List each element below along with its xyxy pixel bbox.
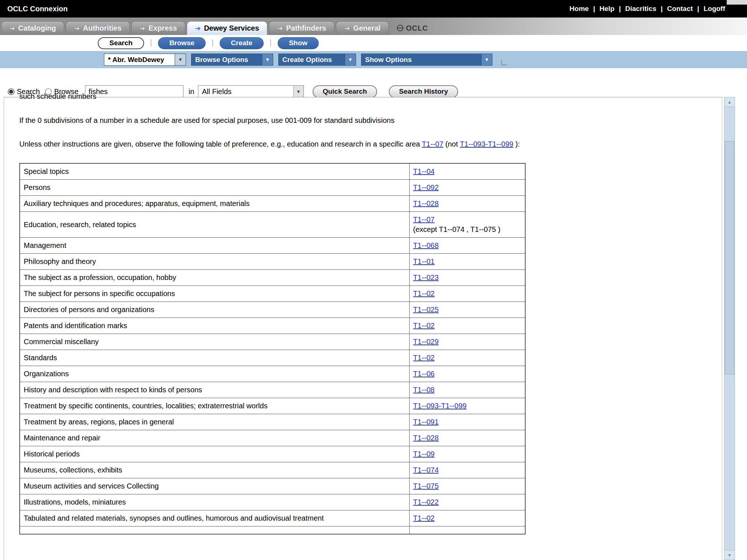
scroll-down-icon[interactable]: ▼ — [724, 550, 735, 560]
tab-express[interactable]: ➔ Express — [131, 21, 185, 35]
search-input[interactable] — [85, 85, 183, 98]
chevron-down-icon[interactable]: ▼ — [481, 54, 492, 65]
dewey-code-link[interactable]: T1--04 — [413, 167, 435, 175]
dewey-code-link[interactable]: T1--01 — [413, 257, 435, 265]
search-radio[interactable] — [8, 88, 14, 95]
dewey-code-link[interactable]: T1--02 — [413, 354, 435, 362]
table-row: Treatment by areas, regions, places in g… — [20, 414, 525, 430]
dewey-code-link[interactable]: T1--02 — [413, 322, 435, 330]
table-row: Illustrations, models, miniaturesT1--022 — [20, 494, 525, 510]
topic-cell: Illustrations, models, miniatures — [20, 494, 409, 510]
paragraph-table-of-preference: Unless other instructions are given, obs… — [19, 140, 722, 148]
dewey-code-link[interactable]: T1--08 — [413, 386, 435, 394]
table-row: Commercial miscellanyT1--029 — [20, 334, 525, 350]
topic-cell: Treatment by specific continents, countr… — [20, 398, 409, 414]
link-diacritics[interactable]: Diacritics — [625, 5, 657, 13]
dewey-code-link[interactable]: T1--07 — [422, 140, 444, 148]
topic-cell: Historical periods — [20, 446, 409, 462]
tab-pathfinders[interactable]: ➔ Pathfinders — [269, 21, 334, 35]
tab-general[interactable]: ➔ General — [336, 21, 389, 35]
dewey-code-link[interactable]: T1--028 — [413, 434, 439, 442]
dewey-code-link[interactable]: T1--025 — [413, 306, 439, 314]
table-row: Historical periodsT1--09 — [20, 446, 525, 462]
browse-options-select[interactable]: Browse Options ▼ — [191, 54, 273, 66]
tab-arrow-icon: ➔ — [9, 24, 15, 32]
link-contact[interactable]: Contact — [667, 5, 693, 13]
corner-mark-icon — [501, 60, 507, 65]
tab-dewey-services[interactable]: ➔ Dewey Services — [187, 21, 267, 35]
link-logoff[interactable]: Logoff — [704, 5, 725, 13]
create-nav-button[interactable]: Create — [220, 37, 264, 49]
top-bar: OCLC Connexion Home | Help | Diacritics … — [0, 0, 747, 18]
search-nav-button[interactable]: Search — [98, 37, 144, 49]
table-row: ManagementT1--068 — [20, 238, 525, 254]
webdewey-select-value: * Abr. WebDewey — [104, 54, 175, 65]
dewey-code-link[interactable]: T1--02 — [413, 289, 435, 298]
tab-arrow-icon: ➔ — [74, 24, 80, 32]
tab-cataloging[interactable]: ➔ Cataloging — [1, 21, 64, 35]
table-row: Education, research, related topicsT1--0… — [20, 212, 525, 238]
field-select[interactable]: All Fields ▼ — [198, 85, 304, 98]
table-row: Directories of persons and organizations… — [20, 302, 525, 318]
dewey-code-link[interactable]: T1--029 — [413, 338, 439, 346]
topic-cell: Directories of persons and organizations — [20, 302, 409, 318]
chevron-down-icon[interactable]: ▼ — [262, 54, 273, 65]
code-note: (except T1--074 , T1--075 ) — [413, 225, 522, 234]
tab-label: Pathfinders — [286, 24, 326, 32]
link-separator: | — [619, 5, 621, 13]
webdewey-select[interactable]: * Abr. WebDewey ▼ — [104, 54, 186, 66]
create-options-select[interactable]: Create Options ▼ — [278, 54, 356, 66]
quick-search-button[interactable]: Quick Search — [313, 85, 377, 98]
show-nav-button[interactable]: Show — [278, 37, 319, 49]
code-cell: T1--025 — [409, 302, 525, 318]
dewey-code-link[interactable]: T1--09 — [413, 450, 435, 458]
tab-arrow-icon: ➔ — [277, 24, 283, 32]
topic-cell: The subject as a profession, occupation,… — [20, 270, 409, 286]
topic-cell: History and description with respect to … — [20, 382, 409, 398]
content-scrollbar[interactable]: ▲ ▼ — [724, 97, 735, 560]
dewey-code-link[interactable]: T1--075 — [413, 482, 439, 490]
clipped-text-line: such schedule numbers — [19, 92, 96, 101]
link-help[interactable]: Help — [599, 5, 614, 13]
dewey-code-link[interactable]: T1--022 — [413, 498, 439, 506]
scrollbar-thumb[interactable] — [725, 141, 734, 374]
field-select-value: All Fields — [198, 86, 293, 98]
dewey-code-link[interactable]: T1--091 — [413, 418, 439, 426]
dewey-code-link[interactable]: T1--07 — [413, 215, 435, 223]
dewey-code-link[interactable]: T1--028 — [413, 199, 439, 207]
tab-label: Authorities — [83, 24, 122, 32]
link-home[interactable]: Home — [569, 5, 589, 13]
link-separator: | — [593, 5, 595, 13]
search-row: Search Browse in All Fields ▼ Quick Sear… — [0, 68, 747, 100]
code-cell: T1--023 — [409, 270, 525, 286]
code-cell: T1--068 — [409, 238, 525, 254]
chevron-down-icon[interactable]: ▼ — [175, 54, 186, 65]
table-row: Philosophy and theoryT1--01 — [20, 254, 525, 270]
dewey-code-link[interactable]: T1--074 — [413, 466, 439, 474]
chevron-down-icon[interactable]: ▼ — [345, 54, 356, 65]
dewey-code-link[interactable]: T1--06 — [413, 370, 435, 378]
dewey-code-link[interactable]: T1--02 — [413, 514, 435, 522]
tab-authorities[interactable]: ➔ Authorities — [66, 21, 130, 35]
topic-cell: Commercial miscellany — [20, 334, 409, 350]
topic-cell: Maintenance and repair — [20, 430, 409, 446]
code-cell: T1--08 — [409, 382, 525, 398]
code-cell: T1--02 — [409, 318, 525, 334]
topbar-links: Home | Help | Diacritics | Contact | Log… — [569, 5, 740, 13]
topic-cell: Organizations — [20, 366, 409, 382]
dewey-code-link[interactable]: T1--093-T1--099 — [413, 402, 467, 410]
search-history-button[interactable]: Search History — [389, 85, 458, 98]
show-options-select[interactable]: Show Options ▼ — [361, 54, 492, 66]
dewey-code-link[interactable]: T1--023 — [413, 273, 439, 281]
dewey-code-link[interactable]: T1--068 — [413, 241, 439, 249]
table-row: PersonsT1--092 — [20, 180, 525, 196]
topic-cell: Museum activities and services Collectin… — [20, 478, 409, 494]
dewey-code-link[interactable]: T1--093-T1--099 — [460, 140, 514, 148]
code-cell: T1--075 — [409, 478, 525, 494]
dewey-code-link[interactable]: T1--092 — [413, 183, 439, 191]
chevron-down-icon[interactable]: ▼ — [293, 86, 303, 98]
table-row-partial — [20, 526, 525, 534]
browse-nav-button[interactable]: Browse — [158, 37, 206, 49]
tab-bar: ➔ Cataloging ➔ Authorities ➔ Express ➔ D… — [0, 18, 747, 35]
scroll-up-icon[interactable]: ▲ — [724, 97, 735, 107]
